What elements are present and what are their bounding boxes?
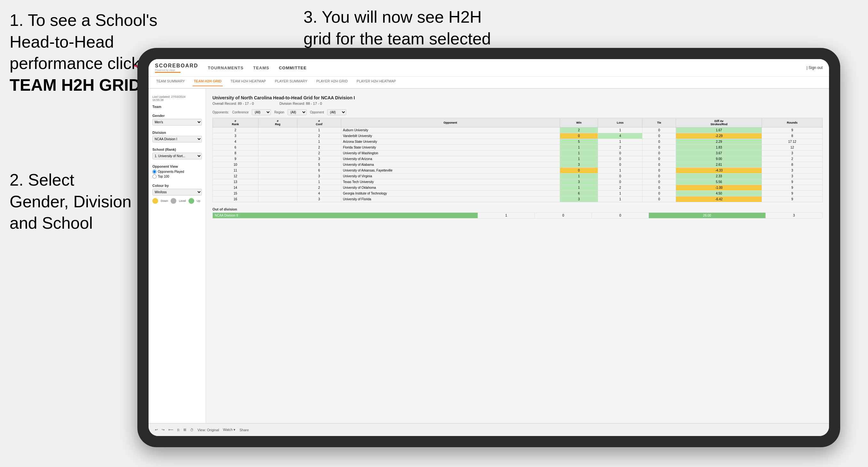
sub-nav-player-h2h-heatmap[interactable]: PLAYER H2H HEATMAP (355, 79, 397, 86)
paste-btn[interactable]: ⊞ (183, 428, 186, 432)
cell-rank: 4 (213, 139, 258, 145)
logo-text: SCOREBOARD (155, 63, 198, 69)
cell-diff: -1.00 (676, 185, 762, 191)
cell-rounds: 9 (762, 185, 823, 191)
cell-rounds: 8 (762, 162, 823, 168)
cell-loss: 0 (598, 162, 643, 168)
cell-rounds: 9 (762, 191, 823, 196)
gender-label: Gender (152, 114, 202, 118)
sub-nav-team-summary[interactable]: TEAM SUMMARY (155, 79, 186, 86)
opponent-filter[interactable]: (All) (327, 109, 346, 115)
overall-record: Overall Record: 89 - 17 - 0 (212, 101, 254, 105)
swatch-level (170, 198, 176, 204)
cell-reg (258, 133, 297, 139)
timestamp: Last Updated: 27/03/2024 16:55:38 (152, 95, 202, 101)
cell-tie: 0 (643, 162, 676, 168)
col-rounds: Rounds (762, 118, 823, 127)
redo-btn[interactable]: ↪ (162, 428, 164, 432)
out-of-division-table: NCAA Division II 1 0 0 26.00 3 (212, 212, 823, 218)
sub-nav-player-summary[interactable]: PLAYER SUMMARY (274, 79, 309, 86)
cell-tie: 0 (643, 168, 676, 174)
cell-rank: 14 (213, 185, 258, 191)
division-select[interactable]: NCAA Division I NCAA Division II (152, 136, 202, 143)
sub-nav-player-h2h-grid[interactable]: PLAYER H2H GRID (315, 79, 349, 86)
cell-opponent: University of Virginia (341, 174, 560, 179)
sidebar: Last Updated: 27/03/2024 16:55:38 Team G… (149, 89, 206, 423)
cell-conf: 3 (298, 196, 341, 202)
cell-win: 6 (560, 191, 598, 196)
step1-bold: TEAM H2H GRID (9, 76, 141, 94)
school-select[interactable]: 1. University of Nort... (152, 153, 202, 159)
cell-rank: 15 (213, 191, 258, 196)
radio-opponents-played[interactable]: Opponents Played (152, 169, 202, 174)
table-row: 2 1 Auburn University 2 1 0 1.67 9 (213, 127, 823, 133)
cell-opponent: University of Oklahoma (341, 185, 560, 191)
cell-loss: 1 (598, 139, 643, 145)
copy-btn[interactable]: ⎘ (177, 428, 180, 432)
cell-win: 5 (560, 139, 598, 145)
cell-rank: 13 (213, 179, 258, 185)
cell-rank: 16 (213, 196, 258, 202)
sign-out[interactable]: | Sign out (807, 65, 823, 70)
cell-conf: 2 (298, 151, 341, 156)
filter-row: Opponents: Conference (All) Region (All)… (212, 109, 823, 115)
share-btn[interactable]: Share (240, 428, 249, 432)
cell-reg (258, 185, 297, 191)
logo-sub: Powered by clippi (155, 69, 198, 71)
back-btn[interactable]: ⟵ (168, 428, 174, 432)
nav-committee[interactable]: COMMITTEE (279, 65, 307, 70)
cell-tie: 0 (643, 156, 676, 162)
radio-top100[interactable]: Top 100 (152, 175, 202, 179)
cell-conf: 4 (298, 191, 341, 196)
cell-loss: 4 (598, 133, 643, 139)
cell-reg (258, 151, 297, 156)
sub-nav-team-h2h-heatmap[interactable]: TEAM H2H HEATMAP (229, 79, 267, 86)
col-conf: #Conf (298, 118, 341, 127)
cell-rounds: 12 (762, 145, 823, 151)
cell-win: 3 (560, 179, 598, 185)
watch-btn[interactable]: Watch ▾ (223, 428, 236, 432)
nav-teams[interactable]: TEAMS (253, 65, 269, 70)
col-loss: Loss (598, 118, 643, 127)
cell-diff: 5.56 (676, 179, 762, 185)
table-row: 16 3 University of Florida 3 1 0 -6.42 9 (213, 196, 823, 202)
cell-conf: 3 (298, 174, 341, 179)
cell-tie: 0 (643, 127, 676, 133)
table-row: 6 2 Florida State University 1 2 0 1.83 … (213, 145, 823, 151)
cell-diff: -4.33 (676, 168, 762, 174)
cell-loss: 0 (598, 174, 643, 179)
opponent-view-label: Opponent View (152, 164, 202, 168)
swatch-down (152, 198, 158, 204)
cell-diff: 1.67 (676, 127, 762, 133)
undo-btn[interactable]: ↩ (155, 428, 158, 432)
col-diff: Diff AvStrokes/Rnd (676, 118, 762, 127)
cell-tie: 0 (643, 145, 676, 151)
sub-nav-team-h2h-grid[interactable]: TEAM H2H GRID (193, 79, 223, 86)
out-of-division-label: Out of division (212, 207, 823, 211)
nav-tournaments[interactable]: TOURNAMENTS (208, 65, 244, 70)
cell-win: 1 (560, 145, 598, 151)
cell-tie: 0 (643, 133, 676, 139)
cell-reg (258, 162, 297, 168)
conference-filter[interactable]: (All) (252, 109, 271, 115)
cell-win: 3 (560, 162, 598, 168)
cell-rank: 3 (213, 133, 258, 139)
cell-rounds: 3 (762, 174, 823, 179)
cell-reg (258, 179, 297, 185)
cell-reg (258, 145, 297, 151)
cell-opponent: Florida State University (341, 145, 560, 151)
cell-rounds: 2 (762, 156, 823, 162)
colour-select[interactable]: Win/loss (152, 189, 202, 195)
region-filter[interactable]: (All) (287, 109, 307, 115)
logo-bar (155, 72, 181, 73)
cell-rounds: 9 (762, 179, 823, 185)
table-row: 11 6 University of Arkansas, Fayettevill… (213, 168, 823, 174)
cell-rounds: 9 (762, 127, 823, 133)
cell-rank: 2 (213, 127, 258, 133)
clock-btn[interactable]: ⏱ (190, 428, 194, 432)
view-original[interactable]: View: Original (197, 428, 219, 432)
cell-opponent: Auburn University (341, 127, 560, 133)
cell-win: 0 (560, 133, 598, 139)
sidebar-team-section: Team (152, 105, 202, 108)
gender-select[interactable]: Men's Women's (152, 119, 202, 126)
